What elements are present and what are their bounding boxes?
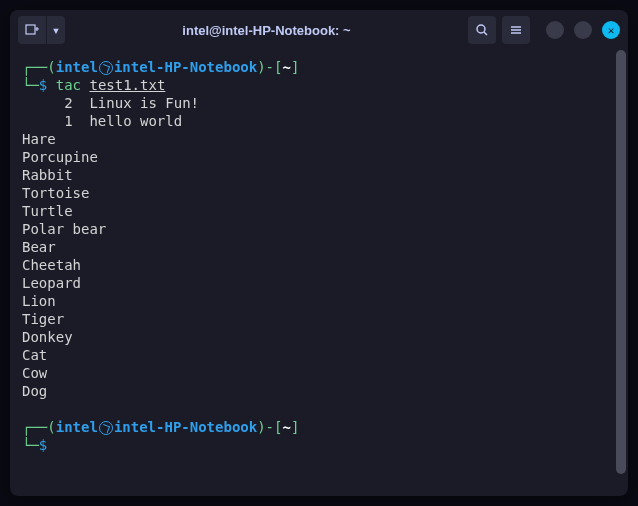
svg-point-3 (477, 25, 485, 33)
output-line: Tortoise (22, 184, 616, 202)
terminal-window: ▾ intel@intel-HP-Notebook: ~ (10, 10, 628, 496)
svg-line-4 (484, 32, 487, 35)
command-line-2: └─$ (22, 436, 616, 454)
menu-button[interactable] (502, 16, 530, 44)
kali-icon (99, 61, 113, 75)
titlebar-left: ▾ (18, 16, 65, 44)
blank-line (22, 400, 616, 418)
output-line: Porcupine (22, 148, 616, 166)
kali-icon (99, 421, 113, 435)
chevron-down-icon: ▾ (52, 22, 60, 38)
close-button[interactable]: ✕ (602, 21, 620, 39)
search-icon (475, 23, 489, 37)
output-line: Cat (22, 346, 616, 364)
titlebar-right: ✕ (468, 16, 620, 44)
output-line: Polar bear (22, 220, 616, 238)
close-icon: ✕ (608, 24, 615, 37)
output-line: Cheetah (22, 256, 616, 274)
output-line: Cow (22, 364, 616, 382)
prompt-line-1: ┌──(intelintel-HP-Notebook)-[~] (22, 58, 616, 76)
scrollbar-thumb[interactable] (616, 50, 626, 474)
output-line: Bear (22, 238, 616, 256)
output-line: Rabbit (22, 166, 616, 184)
output-line: Lion (22, 292, 616, 310)
new-tab-icon (25, 23, 39, 37)
command-line-1: └─$ tac test1.txt (22, 76, 616, 94)
maximize-button[interactable] (574, 21, 592, 39)
window-title: intel@intel-HP-Notebook: ~ (73, 23, 460, 38)
output-line: Turtle (22, 202, 616, 220)
hamburger-icon (509, 23, 523, 37)
output-line: Donkey (22, 328, 616, 346)
minimize-button[interactable] (546, 21, 564, 39)
output-line: 2 Linux is Fun! (22, 94, 616, 112)
svg-rect-0 (26, 25, 35, 34)
prompt-line-2: ┌──(intelintel-HP-Notebook)-[~] (22, 418, 616, 436)
output-line: Leopard (22, 274, 616, 292)
titlebar: ▾ intel@intel-HP-Notebook: ~ (10, 10, 628, 50)
output-line: Dog (22, 382, 616, 400)
output-line: Hare (22, 130, 616, 148)
new-tab-dropdown[interactable]: ▾ (47, 16, 65, 44)
new-tab-button[interactable] (18, 16, 46, 44)
output-line: 1 hello world (22, 112, 616, 130)
window-controls: ✕ (546, 21, 620, 39)
terminal-body[interactable]: ┌──(intelintel-HP-Notebook)-[~] └─$ tac … (10, 50, 628, 496)
scrollbar[interactable] (616, 50, 626, 496)
output-line: Tiger (22, 310, 616, 328)
search-button[interactable] (468, 16, 496, 44)
